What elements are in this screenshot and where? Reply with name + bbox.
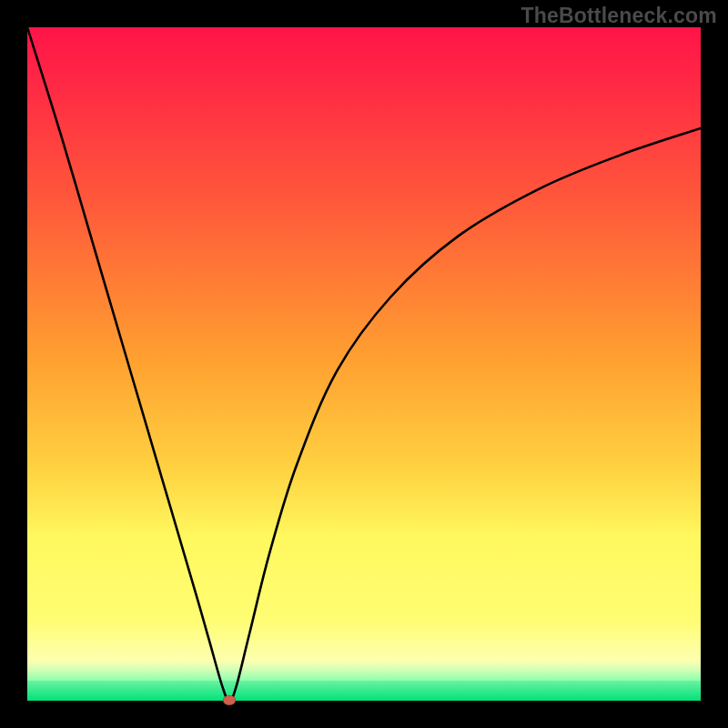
plot-area	[27, 27, 701, 701]
watermark-text: TheBottleneck.com	[521, 4, 717, 28]
bottleneck-curve	[27, 27, 701, 701]
chart-container: TheBottleneck.com	[0, 0, 728, 728]
bottleneck-curve-path	[27, 27, 701, 701]
minimum-marker	[223, 695, 236, 705]
